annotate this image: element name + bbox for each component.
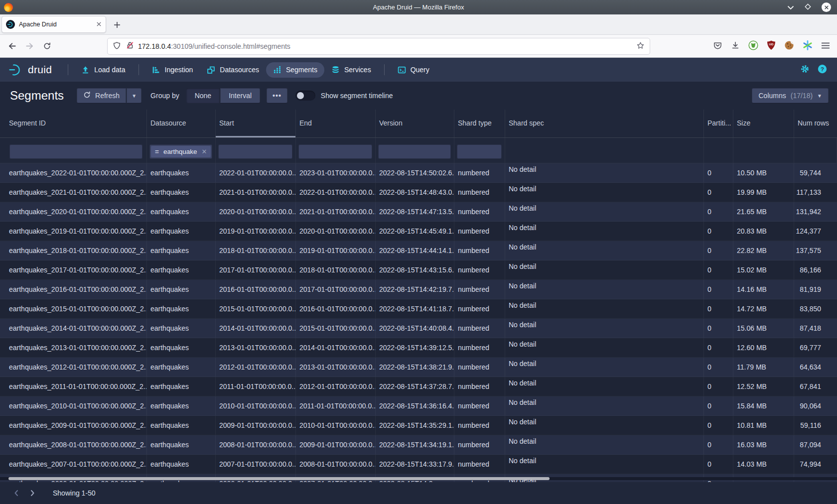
cell-partitions: 0	[704, 260, 733, 279]
table-row: earthquakes_2015-01-01T00:00:00.000Z_2..…	[0, 299, 837, 319]
column-header-datasource[interactable]: Datasource	[147, 110, 216, 137]
shield-icon[interactable]	[113, 41, 121, 52]
column-header-shard-type[interactable]: Shard type	[454, 110, 505, 137]
filter-input-shard-type[interactable]	[457, 144, 502, 159]
chevron-down-icon: ▼	[132, 93, 137, 99]
refresh-dropdown-button[interactable]: ▼	[127, 88, 141, 103]
nav-item-query[interactable]: Query	[391, 62, 436, 78]
segment-timeline-toggle[interactable]	[295, 91, 315, 101]
cell-partitions: 0	[704, 222, 733, 241]
table-row: earthquakes_2021-01-01T00:00:00.000Z_2..…	[0, 183, 837, 202]
prev-page-button[interactable]	[10, 487, 23, 500]
cookie-icon[interactable]	[784, 40, 794, 52]
group-by-none-button[interactable]: None	[186, 88, 220, 103]
column-header-num-rows[interactable]: Num rows	[794, 110, 837, 137]
column-header-shard-spec[interactable]: Shard spec	[505, 110, 704, 137]
cell-size: 19.99 MB	[733, 183, 794, 202]
nav-item-datasources[interactable]: Datasources	[200, 62, 266, 78]
column-header-end[interactable]: End	[296, 110, 376, 137]
forward-button[interactable]	[22, 39, 36, 53]
page-title: Segments	[10, 89, 64, 103]
cell-datasource: earthquakes	[147, 396, 216, 415]
cell-end: 2017-01-01T00:00:00.0...	[296, 280, 376, 299]
cell-segment-id: earthquakes_2011-01-01T00:00:00.000Z_2..…	[0, 377, 147, 396]
cell-version: 2022-08-15T14:43:15.6...	[376, 260, 454, 279]
column-header-size[interactable]: Size	[733, 110, 794, 137]
nav-item-label: Query	[411, 66, 429, 74]
back-button[interactable]	[5, 39, 19, 53]
extension-asterisk-icon[interactable]	[803, 40, 813, 52]
table-row: earthquakes_2012-01-01T00:00:00.000Z_2..…	[0, 358, 837, 377]
filter-input-end[interactable]	[298, 144, 372, 159]
reload-button[interactable]	[40, 39, 54, 53]
cell-size: 14.72 MB	[733, 299, 794, 318]
cell-shard-type: numbered	[454, 241, 505, 260]
nav-item-label: Datasources	[220, 66, 259, 74]
filter-cell-shard-type	[454, 138, 505, 163]
window-titlebar: Apache Druid — Mozilla Firefox	[0, 0, 837, 14]
column-header-start[interactable]: Start	[216, 110, 296, 137]
pocket-icon[interactable]	[713, 41, 722, 52]
group-by-interval-button[interactable]: Interval	[220, 88, 260, 103]
cell-num-rows: 83,850	[794, 299, 837, 318]
privacy-badger-icon[interactable]	[748, 40, 758, 52]
table-row: earthquakes_2010-01-01T00:00:00.000Z_2..…	[0, 396, 837, 416]
help-icon[interactable]: ?	[818, 64, 827, 76]
filter-cell-version	[376, 138, 454, 163]
cell-partitions: 0	[704, 396, 733, 415]
more-options-button[interactable]: •••	[267, 88, 287, 103]
minimize-icon[interactable]	[787, 3, 794, 12]
column-header-partitions[interactable]: Partiti...	[704, 110, 733, 137]
tab-title: Apache Druid	[19, 21, 92, 28]
close-tab-icon[interactable]	[96, 20, 102, 29]
cell-shard-type: numbered	[454, 260, 505, 279]
scrollbar-thumb[interactable]	[8, 477, 550, 480]
settings-gear-icon[interactable]	[800, 64, 810, 76]
new-tab-button[interactable]	[110, 18, 124, 32]
close-window-icon[interactable]	[822, 2, 831, 12]
column-header-version[interactable]: Version	[376, 110, 454, 137]
filter-cell-start	[216, 138, 296, 163]
cell-num-rows: 67,841	[794, 377, 837, 396]
cell-size: 14.03 MB	[733, 455, 794, 474]
remove-filter-icon[interactable]: ✕	[201, 148, 207, 155]
columns-button[interactable]: Columns (17/18) ▼	[752, 88, 829, 103]
cell-segment-id: earthquakes_2012-01-01T00:00:00.000Z_2..…	[0, 358, 147, 377]
services-icon	[331, 66, 340, 74]
download-icon[interactable]	[731, 41, 740, 52]
menu-hamburger-icon[interactable]	[821, 42, 830, 51]
url-bar[interactable]: 172.18.0.4:30109/unified-console.html#se…	[107, 38, 650, 55]
nav-item-load-data[interactable]: Load data	[74, 62, 132, 78]
ublock-icon[interactable]: UO	[767, 40, 776, 52]
next-page-button[interactable]	[26, 487, 39, 500]
cell-partitions: 0	[704, 299, 733, 318]
cell-shard-spec: No detail	[505, 416, 704, 435]
filter-input-version[interactable]	[378, 144, 451, 159]
cell-num-rows: 64,634	[794, 358, 837, 377]
filter-cell-size	[733, 138, 794, 163]
filter-input-segment-id[interactable]	[9, 144, 142, 159]
cell-end: 2021-01-01T00:00:00.0...	[296, 202, 376, 221]
cell-datasource: earthquakes	[147, 319, 216, 338]
nav-item-services[interactable]: Services	[324, 62, 378, 78]
filter-input-datasource[interactable]: =earthquake✕	[149, 144, 212, 159]
nav-item-ingestion[interactable]: Ingestion	[145, 62, 200, 78]
refresh-button[interactable]: Refresh	[77, 88, 126, 103]
cell-num-rows: 87,094	[794, 435, 837, 454]
nav-item-segments[interactable]: Segments	[266, 62, 324, 78]
cell-version: 2022-08-15T14:33:17.9...	[376, 455, 454, 474]
filter-input-start[interactable]	[218, 144, 292, 159]
cell-shard-type: numbered	[454, 319, 505, 338]
druid-logo[interactable]: druid	[8, 63, 52, 77]
browser-tab[interactable]: Apache Druid	[1, 16, 106, 33]
maximize-icon[interactable]	[805, 3, 811, 12]
cell-shard-type: numbered	[454, 358, 505, 377]
table-row: earthquakes_2017-01-01T00:00:00.000Z_2..…	[0, 260, 837, 280]
cell-end: 2018-01-01T00:00:00.0...	[296, 260, 376, 279]
bookmark-star-icon[interactable]	[636, 41, 645, 52]
datasource-filter-chip[interactable]: =earthquake✕	[151, 146, 211, 157]
datasources-icon	[207, 66, 215, 74]
cell-num-rows: 74,994	[794, 455, 837, 474]
column-header-segment-id[interactable]: Segment ID	[0, 110, 147, 137]
insecure-lock-icon[interactable]	[126, 41, 134, 51]
